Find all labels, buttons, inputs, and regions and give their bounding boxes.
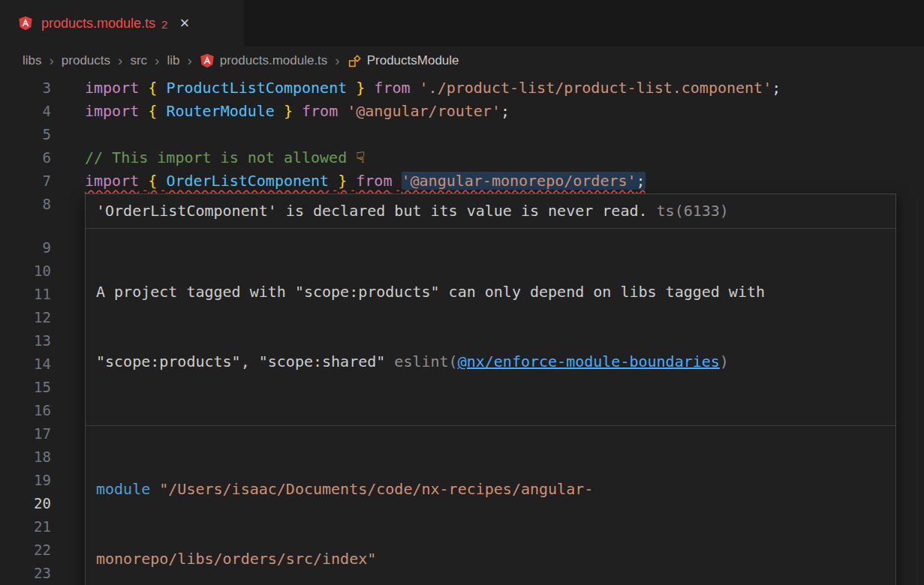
line-number: 11 <box>0 283 51 306</box>
line-number: 16 <box>0 399 51 422</box>
chevron-right-icon: › <box>187 52 191 69</box>
line-number: 23 <box>0 562 51 585</box>
line-number: 10 <box>0 260 51 283</box>
chevron-right-icon: › <box>50 52 54 69</box>
line-number: 21 <box>0 515 51 538</box>
line-number: 6 <box>0 146 51 170</box>
module-path-text1: "/Users/isaac/Documents/code/nx-recipes/… <box>150 480 593 498</box>
angular-icon <box>18 16 33 31</box>
eslint-message-line2: "scope:products", "scope:shared" eslint(… <box>96 350 885 374</box>
chevron-right-icon: › <box>118 52 122 69</box>
hover-ts-diagnostic: 'OrderListComponent' is declared but its… <box>86 194 895 229</box>
line-number: 14 <box>0 352 51 376</box>
code-content: import { RouterModule } from '@angular/r… <box>85 100 510 123</box>
code-content: import { OrderListComponent } from '@ang… <box>85 170 646 193</box>
tab-products-module[interactable]: products.module.ts 2 × <box>0 0 244 46</box>
code-line-7[interactable]: 7import { OrderListComponent } from '@an… <box>0 170 924 193</box>
breadcrumb-label: ProductsModule <box>367 53 459 68</box>
breadcrumb-label: lib <box>167 53 179 68</box>
breadcrumb-item-lib[interactable]: lib <box>167 53 179 68</box>
eslint-rule-link[interactable]: @nx/enforce-module-boundaries <box>458 352 720 370</box>
code-content: import { ProductListComponent } from './… <box>85 76 781 100</box>
breadcrumb-label: products <box>62 53 110 68</box>
line-number: 12 <box>0 306 51 329</box>
line-number: 22 <box>0 538 51 562</box>
hover-module-info: module "/Users/isaac/Documents/code/nx-r… <box>86 426 895 585</box>
code-line-5[interactable]: 5 <box>0 123 924 146</box>
tab-bar: products.module.ts 2 × <box>0 0 924 46</box>
close-icon[interactable]: × <box>179 15 189 32</box>
breadcrumb-item-src[interactable]: src <box>130 53 147 68</box>
eslint-source-open: eslint( <box>394 352 457 370</box>
angular-logo <box>18 16 33 31</box>
module-path-line1: module "/Users/isaac/Documents/code/nx-r… <box>96 478 885 501</box>
tab-title: products.module.ts <box>41 16 155 32</box>
hover-eslint-diagnostic: A project tagged with "scope:products" c… <box>86 229 895 426</box>
module-keyword: module <box>96 480 150 498</box>
line-number: 3 <box>0 76 51 100</box>
ts-diagnostic-message: 'OrderListComponent' is declared but its… <box>96 202 648 220</box>
ts-diagnostic-code: ts(6133) <box>648 202 729 220</box>
line-number: 15 <box>0 376 51 399</box>
tab-problem-count: 2 <box>161 18 167 31</box>
code-line-6[interactable]: 6// This import is not allowed ☟ <box>0 146 924 170</box>
line-number: 20 <box>0 492 51 515</box>
module-path-text2: monorepo/libs/orders/src/index" <box>96 550 376 568</box>
code-content: // This import is not allowed ☟ <box>85 146 365 170</box>
line-number: 5 <box>0 123 51 146</box>
eslint-source-close: ) <box>720 352 729 370</box>
module-path-line2: monorepo/libs/orders/src/index" <box>96 548 885 571</box>
breadcrumb-label: libs <box>23 53 42 68</box>
line-number: 13 <box>0 329 51 352</box>
line-number: 4 <box>0 100 51 123</box>
angular-icon <box>200 53 215 68</box>
angular-logo <box>200 53 215 68</box>
symbol-class-icon <box>348 54 362 68</box>
editor[interactable]: 3import { ProductListComponent } from '.… <box>0 75 924 585</box>
line-number: 17 <box>0 422 51 446</box>
line-number: 19 <box>0 469 51 492</box>
eslint-message-line1: A project tagged with "scope:products" c… <box>96 280 885 304</box>
line-number: 7 <box>0 170 51 193</box>
line-number: 9 <box>0 236 51 260</box>
breadcrumb-label: products.module.ts <box>220 53 328 68</box>
breadcrumb-item-products[interactable]: products <box>62 53 110 68</box>
line-number: 8 <box>0 193 51 216</box>
breadcrumb-item-products-module-ts[interactable]: products.module.ts <box>200 53 328 68</box>
code-line-3[interactable]: 3import { ProductListComponent } from '.… <box>0 76 924 100</box>
chevron-right-icon: › <box>155 52 159 69</box>
breadcrumb-item-productsmodule[interactable]: ProductsModule <box>348 53 459 68</box>
breadcrumb-item-libs[interactable]: libs <box>23 53 42 68</box>
eslint-message-line2-text: "scope:products", "scope:shared" <box>96 352 394 370</box>
hover-popup: 'OrderListComponent' is declared but its… <box>85 194 896 585</box>
chevron-right-icon: › <box>335 52 339 69</box>
class-symbol-icon <box>348 54 362 68</box>
code-line-4[interactable]: 4import { RouterModule } from '@angular/… <box>0 100 924 123</box>
breadcrumb-label: src <box>130 53 147 68</box>
breadcrumb: libs›products›src›lib›products.module.ts… <box>0 46 924 75</box>
line-number: 18 <box>0 446 51 469</box>
